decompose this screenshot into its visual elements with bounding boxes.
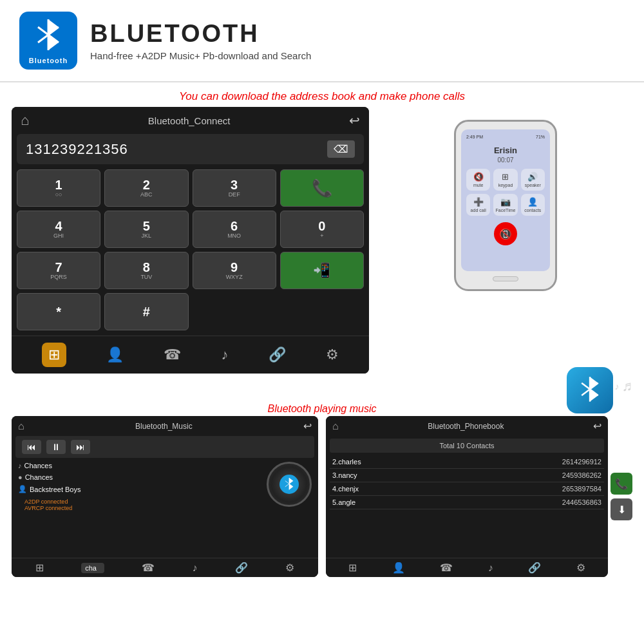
top-caption: You can download the address book and ma… bbox=[0, 82, 644, 107]
dial-key-star[interactable]: * bbox=[17, 293, 100, 330]
contact-num-charles: 2614296912 bbox=[562, 458, 601, 466]
bluetooth-logo: Bluetooth bbox=[19, 12, 77, 70]
phonebook-home-icon[interactable]: ⌂ bbox=[332, 421, 339, 432]
pb-nav-music[interactable]: ♪ bbox=[488, 562, 493, 574]
contact-num-chenjx: 2653897584 bbox=[562, 485, 601, 493]
phone-caller: Erisin bbox=[494, 146, 517, 155]
phone-mock: 2:49 PM 71% Erisin 00:07 🔇 mute ⊞ keypad bbox=[454, 120, 557, 291]
delete-button[interactable]: ⌫ bbox=[327, 140, 355, 158]
phonebook-screen-bottom-nav: ⊞ 👤 ☎ ♪ 🔗 ⚙ bbox=[326, 558, 608, 577]
nav-music-button[interactable]: ♪ bbox=[222, 346, 229, 363]
nav-grid-button[interactable]: ⊞ bbox=[42, 343, 66, 367]
pb-nav-contacts[interactable]: 👤 bbox=[392, 562, 405, 574]
dial-key-4[interactable]: 4GHI bbox=[17, 211, 100, 248]
dial-key-0[interactable]: 0+ bbox=[280, 211, 364, 248]
music-search-input[interactable] bbox=[81, 563, 104, 573]
call-contact-button[interactable]: 📞 bbox=[611, 473, 632, 495]
connected-status: A2DP connected AVRCP connected bbox=[18, 497, 261, 515]
dial-screen-title: Bluetooth_Connect bbox=[148, 115, 231, 126]
download-contact-button[interactable]: ⬇ bbox=[611, 498, 632, 520]
music-nav-grid[interactable]: ⊞ bbox=[35, 562, 44, 574]
contact-name-chenjx: 4.chenjx bbox=[332, 485, 359, 493]
pb-nav-link[interactable]: 🔗 bbox=[528, 562, 541, 574]
header-text-block: BLUETOOTH Hand-free +A2DP Music+ Pb-down… bbox=[90, 20, 311, 61]
addcall-icon: ➕ bbox=[473, 197, 484, 207]
dialpad: 1○○ 2ABC 3DEF 📞 4GHI 5JKL 6MNO 0+ 7PQRS … bbox=[12, 164, 369, 336]
phone-end-button[interactable]: 📵 bbox=[494, 222, 517, 245]
phonebook-screen-wrapper: ⌂ Bluetooth_Phonebook ↩ Total 10 Contact… bbox=[326, 416, 632, 577]
dial-key-7[interactable]: 7PQRS bbox=[17, 252, 100, 289]
dial-key-hash[interactable]: # bbox=[104, 293, 188, 330]
contact-name-charles: 2.charles bbox=[332, 458, 361, 466]
phone-action-mute[interactable]: 🔇 mute bbox=[466, 169, 490, 191]
phonebook-screen: ⌂ Bluetooth_Phonebook ↩ Total 10 Contact… bbox=[326, 416, 608, 577]
contact-row-charles: 2.charles 2614296912 bbox=[330, 455, 604, 469]
phone-action-facetime[interactable]: 📷 FaceTime bbox=[493, 194, 517, 216]
dial-key-5[interactable]: 5JKL bbox=[104, 211, 188, 248]
dial-key-1[interactable]: 1○○ bbox=[17, 169, 100, 207]
back-icon[interactable]: ↩ bbox=[349, 113, 360, 128]
dial-key-8[interactable]: 8TUV bbox=[104, 252, 188, 289]
phone-action-keypad[interactable]: ⊞ keypad bbox=[493, 169, 517, 191]
phonebook-back-icon[interactable]: ↩ bbox=[593, 420, 601, 432]
music-controls: ⏮ ⏸ ⏭ bbox=[15, 436, 314, 458]
phonebook-screen-topbar: ⌂ Bluetooth_Phonebook ↩ bbox=[326, 416, 608, 436]
track-item-2: ● Chances bbox=[18, 473, 261, 481]
dial-key-2[interactable]: 2ABC bbox=[104, 169, 188, 207]
phone-screen: 2:49 PM 71% Erisin 00:07 🔇 mute ⊞ keypad bbox=[461, 129, 550, 271]
phonebook-side-buttons: 📞 ⬇ bbox=[611, 416, 632, 577]
contact-row-angle: 5.angle 2446536863 bbox=[330, 496, 604, 509]
track-item-3: 👤 Backstreet Boys bbox=[18, 485, 261, 493]
pb-nav-grid[interactable]: ⊞ bbox=[348, 562, 357, 574]
prev-button[interactable]: ⏮ bbox=[22, 440, 41, 454]
phone-number: 131239221356 bbox=[26, 141, 128, 158]
pb-nav-phone[interactable]: ☎ bbox=[440, 562, 453, 574]
pb-nav-settings[interactable]: ⚙ bbox=[576, 562, 585, 574]
music-screen-bottom-nav: ⊞ ☎ ♪ 🔗 ⚙ bbox=[12, 558, 318, 577]
nav-contacts-button[interactable]: 👤 bbox=[106, 346, 124, 363]
music-decoration: ♪ ♩ ♫ ♪ ♬ bbox=[12, 374, 632, 399]
bt-float-svg bbox=[576, 375, 603, 406]
phone-action-addcall[interactable]: ➕ add call bbox=[466, 194, 490, 216]
music-icon-1: ♪ bbox=[18, 462, 22, 469]
music-icon-2: ● bbox=[18, 473, 23, 481]
dial-key-call2[interactable]: 📲 bbox=[280, 252, 364, 289]
nav-phone-button[interactable]: ☎ bbox=[164, 346, 181, 363]
music-nav-link[interactable]: 🔗 bbox=[235, 562, 248, 574]
music-nav-settings[interactable]: ⚙ bbox=[285, 562, 294, 574]
main-area: ⌂ Bluetooth_Connect ↩ 131239221356 ⌫ 1○○… bbox=[0, 107, 644, 374]
bottom-caption: Bluetooth playing music bbox=[0, 399, 644, 416]
dial-key-call[interactable]: 📞 bbox=[280, 169, 364, 207]
dial-key-6[interactable]: 6MNO bbox=[193, 211, 276, 248]
avrcp-status: AVRCP connected bbox=[24, 505, 255, 511]
phone-status-bar: 2:49 PM 71% bbox=[466, 135, 545, 139]
album-bt-svg bbox=[283, 477, 296, 492]
facetime-icon: 📷 bbox=[500, 197, 511, 207]
music-screen-topbar: ⌂ Bluetooth_Music ↩ bbox=[12, 416, 318, 436]
bluetooth-logo-label: Bluetooth bbox=[29, 57, 68, 64]
nav-link-button[interactable]: 🔗 bbox=[269, 346, 286, 363]
music-nav-phone[interactable]: ☎ bbox=[142, 562, 155, 574]
play-pause-button[interactable]: ⏸ bbox=[46, 440, 66, 454]
music-icon-3: 👤 bbox=[18, 485, 27, 493]
header: Bluetooth BLUETOOTH Hand-free +A2DP Musi… bbox=[0, 0, 644, 82]
contact-num-angle: 2446536863 bbox=[562, 498, 601, 506]
music-screen-title: Bluetooth_Music bbox=[135, 422, 193, 431]
phone-mock-container: 2:49 PM 71% Erisin 00:07 🔇 mute ⊞ keypad bbox=[379, 107, 632, 291]
contact-row-chenjx: 4.chenjx 2653897584 bbox=[330, 482, 604, 496]
phone-action-contacts[interactable]: 👤 contacts bbox=[521, 194, 545, 216]
phone-battery: 71% bbox=[536, 135, 545, 139]
dial-key-3[interactable]: 3DEF bbox=[193, 169, 276, 207]
next-button[interactable]: ⏭ bbox=[71, 440, 90, 454]
dial-key-9[interactable]: 9WXYZ bbox=[193, 252, 276, 289]
track-name-2: Chances bbox=[25, 473, 53, 481]
bluetooth-float-icon bbox=[567, 367, 613, 413]
home-icon[interactable]: ⌂ bbox=[21, 112, 29, 129]
phone-action-speaker[interactable]: 🔊 speaker bbox=[521, 169, 545, 191]
music-home-icon[interactable]: ⌂ bbox=[18, 421, 24, 432]
music-nav-note[interactable]: ♪ bbox=[193, 562, 198, 574]
mute-icon: 🔇 bbox=[473, 172, 484, 182]
phone-home-bar[interactable] bbox=[493, 276, 518, 281]
music-back-icon[interactable]: ↩ bbox=[303, 420, 312, 432]
nav-settings-button[interactable]: ⚙ bbox=[326, 346, 339, 363]
